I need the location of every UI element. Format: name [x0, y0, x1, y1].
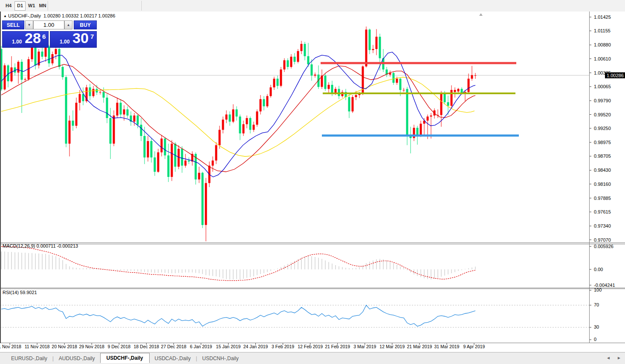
- chart-svg[interactable]: MACD(12,26,9) 0.000711 -0.000213RSI(14) …: [0, 12, 625, 352]
- toolbar-separator: [48, 1, 49, 11]
- rsi-label: RSI(14) 59.9021: [3, 290, 37, 295]
- svg-text:1.00880: 1.00880: [594, 42, 611, 47]
- buy-price-big: 30: [72, 30, 89, 46]
- tab-scroll-right-icon[interactable]: ►: [617, 355, 621, 360]
- svg-text:1.00610: 1.00610: [594, 56, 611, 61]
- chart-symbol-header: ▲ USDCHF-,Daily 1.00280 1.00332 1.00217 …: [3, 13, 115, 18]
- tab-usdchf-daily[interactable]: USDCHF-,Daily: [100, 353, 150, 363]
- collapse-panel-icon[interactable]: ▲: [3, 14, 7, 18]
- timeframe-button-h4[interactable]: H4: [3, 1, 14, 10]
- svg-text:100: 100: [594, 287, 602, 292]
- svg-text:27 Dec 2018: 27 Dec 2018: [161, 344, 187, 349]
- svg-text:20 Nov 2018: 20 Nov 2018: [52, 344, 77, 349]
- svg-text:0.97885: 0.97885: [594, 196, 611, 201]
- lot-size-input[interactable]: [33, 20, 64, 29]
- tab-usdcad-daily[interactable]: USDCAD-,Daily: [150, 354, 196, 363]
- low-value: 1.00217: [80, 13, 97, 18]
- svg-text:12 Mar 2019: 12 Mar 2019: [379, 344, 405, 349]
- chart-background[interactable]: [0, 12, 625, 352]
- svg-text:0.98705: 0.98705: [594, 153, 611, 159]
- svg-text:3 Feb 2019: 3 Feb 2019: [272, 344, 294, 349]
- svg-text:12 Feb 2019: 12 Feb 2019: [298, 344, 323, 349]
- sell-price-small: 1.00: [12, 39, 22, 45]
- sell-price-big: 28: [25, 30, 41, 46]
- buy-price-panel[interactable]: 1.00 30 7: [50, 31, 97, 48]
- svg-text:0.99520: 0.99520: [594, 112, 611, 117]
- svg-text:18 Dec 2018: 18 Dec 2018: [134, 344, 159, 349]
- svg-text:0.97615: 0.97615: [594, 209, 611, 214]
- svg-text:9 Apr 2019: 9 Apr 2019: [463, 344, 485, 349]
- svg-text:30: 30: [594, 324, 599, 329]
- sell-price-sup: 6: [42, 33, 46, 40]
- svg-text:0.00: 0.00: [594, 267, 603, 272]
- svg-text:21 Mar 2019: 21 Mar 2019: [407, 344, 432, 349]
- lot-decrease-button[interactable]: ▼: [25, 20, 33, 29]
- svg-text:6 Jan 2019: 6 Jan 2019: [190, 344, 212, 349]
- timeframe-toolbar: H4 D1 W1 MN: [0, 0, 625, 12]
- timeframe-button-mn[interactable]: MN: [38, 1, 48, 10]
- svg-text:1.01425: 1.01425: [594, 14, 611, 20]
- sell-price-panel[interactable]: 1.00 28 6: [2, 31, 49, 48]
- svg-text:0.99790: 0.99790: [594, 98, 611, 103]
- svg-text:15 Jan 2019: 15 Jan 2019: [216, 344, 241, 349]
- tab-audusd-daily[interactable]: AUDUSD-,Daily: [54, 354, 100, 363]
- chart-tabs-bar: EURUSD-,Daily | AUDUSD-,Daily USDCHF-,Da…: [0, 352, 625, 364]
- svg-text:1.01155: 1.01155: [594, 28, 611, 33]
- svg-text:24 Jan 2019: 24 Jan 2019: [243, 344, 268, 349]
- svg-text:70: 70: [594, 302, 599, 307]
- svg-text:0.97340: 0.97340: [594, 223, 611, 228]
- buy-price-small: 1.00: [60, 39, 69, 45]
- svg-text:0.98975: 0.98975: [594, 140, 611, 145]
- sell-button[interactable]: SELL: [2, 20, 24, 29]
- tab-scroll-left-icon[interactable]: ◄: [606, 355, 611, 360]
- buy-button[interactable]: BUY: [74, 20, 97, 29]
- timeframe-button-w1[interactable]: W1: [26, 1, 37, 10]
- svg-text:1 Nov 2018: 1 Nov 2018: [0, 344, 21, 349]
- svg-text:29 Nov 2018: 29 Nov 2018: [79, 344, 104, 349]
- svg-text:0.99250: 0.99250: [594, 126, 611, 131]
- symbol-period-label: USDCHF-,Daily: [8, 13, 41, 18]
- timeframe-button-d1[interactable]: D1: [14, 1, 26, 11]
- high-value: 1.00332: [62, 13, 79, 18]
- svg-text:1.00065: 1.00065: [594, 84, 611, 89]
- svg-text:9 Dec 2018: 9 Dec 2018: [107, 344, 130, 349]
- chart-shift-marker-icon[interactable]: [479, 13, 483, 16]
- svg-text:21 Feb 2019: 21 Feb 2019: [325, 344, 350, 349]
- one-click-trading-panel: SELL ▼ ▲ BUY 1.00 28 6 1.00 30 7: [2, 20, 97, 48]
- svg-text:0: 0: [594, 337, 596, 342]
- toolbar-separator: [142, 1, 142, 11]
- svg-text:11 Nov 2018: 11 Nov 2018: [25, 344, 50, 349]
- close-value: 1.00286: [98, 13, 116, 18]
- tab-usdcnh-daily[interactable]: USDCNH-,Daily: [197, 354, 243, 363]
- tab-eurusd-daily[interactable]: EURUSD-,Daily: [6, 354, 52, 363]
- svg-text:3 Mar 2019: 3 Mar 2019: [353, 344, 376, 349]
- svg-text:0.98430: 0.98430: [594, 168, 611, 173]
- lot-increase-button[interactable]: ▲: [64, 20, 72, 29]
- svg-text:0.005926: 0.005926: [594, 244, 613, 249]
- open-value: 1.00280: [43, 13, 61, 18]
- svg-text:31 Mar 2019: 31 Mar 2019: [434, 344, 459, 349]
- buy-price-sup: 7: [90, 33, 94, 40]
- svg-text:0.97070: 0.97070: [594, 237, 611, 243]
- svg-text:1.00286: 1.00286: [607, 73, 624, 78]
- svg-text:0.98160: 0.98160: [594, 182, 611, 187]
